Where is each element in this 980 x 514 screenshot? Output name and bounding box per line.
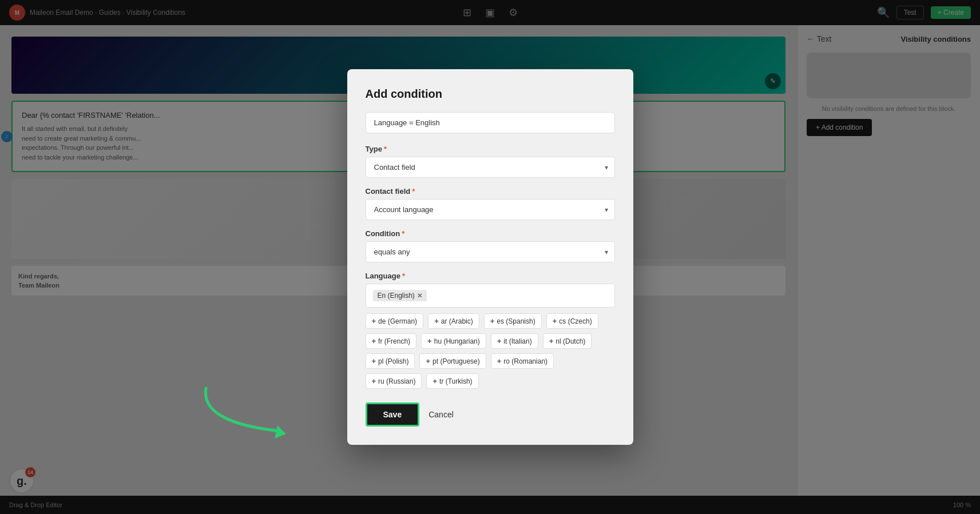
- language-input-container[interactable]: En (English) ✕: [366, 284, 615, 308]
- language-chip[interactable]: +fr (French): [366, 333, 417, 349]
- contact-field-select-wrapper: Account language First name Last name Em…: [366, 199, 615, 220]
- type-label: Type *: [366, 145, 615, 153]
- type-select-wrapper: Contact field System field Custom field: [366, 157, 615, 178]
- condition-preview: Language = English: [366, 112, 615, 133]
- cancel-button[interactable]: Cancel: [428, 410, 454, 419]
- type-form-group: Type * Contact field System field Custom…: [366, 145, 615, 178]
- type-required: *: [384, 145, 387, 153]
- language-chip[interactable]: +es (Spanish): [484, 313, 542, 329]
- language-tag-english: En (English) ✕: [373, 290, 427, 301]
- language-chip[interactable]: +it (Italian): [491, 333, 538, 349]
- condition-select-wrapper: equals any equals not equals contains: [366, 241, 615, 262]
- language-required: *: [402, 272, 405, 280]
- language-chip[interactable]: +nl (Dutch): [543, 333, 592, 349]
- condition-form-group: Condition * equals any equals not equals…: [366, 229, 615, 262]
- modal-title: Add condition: [366, 87, 615, 101]
- remove-english-tag[interactable]: ✕: [417, 292, 422, 300]
- svg-marker-0: [275, 425, 286, 439]
- language-chip[interactable]: +ro (Romanian): [491, 353, 554, 369]
- contact-field-form-group: Contact field * Account language First n…: [366, 187, 615, 220]
- modal-overlay: Add condition Language = English Type * …: [0, 0, 980, 514]
- contact-field-label: Contact field *: [366, 187, 615, 196]
- condition-label: Condition *: [366, 229, 615, 238]
- contact-field-select[interactable]: Account language First name Last name Em…: [366, 199, 615, 220]
- language-chips: +de (German)+ar (Arabic)+es (Spanish)+cs…: [366, 313, 615, 389]
- condition-select[interactable]: equals any equals not equals contains: [366, 241, 615, 262]
- language-chip[interactable]: +pl (Polish): [366, 353, 415, 369]
- contact-field-required: *: [412, 187, 415, 196]
- language-form-group: Language * En (English) ✕ +de (German)+a…: [366, 272, 615, 389]
- type-select[interactable]: Contact field System field Custom field: [366, 157, 615, 178]
- condition-required: *: [402, 229, 404, 238]
- language-chip[interactable]: +cs (Czech): [546, 313, 598, 329]
- language-label: Language *: [366, 272, 615, 280]
- language-chip[interactable]: +pt (Portuguese): [419, 353, 486, 369]
- language-chip[interactable]: +ru (Russian): [366, 373, 422, 389]
- save-button[interactable]: Save: [366, 403, 420, 427]
- add-condition-modal: Add condition Language = English Type * …: [347, 69, 633, 445]
- arrow-annotation: [189, 377, 315, 451]
- modal-footer: Save Cancel: [366, 403, 615, 427]
- language-chip[interactable]: +ar (Arabic): [428, 313, 479, 329]
- language-chip[interactable]: +hu (Hungarian): [421, 333, 486, 349]
- language-chip[interactable]: +tr (Turkish): [426, 373, 478, 389]
- language-chip[interactable]: +de (German): [366, 313, 424, 329]
